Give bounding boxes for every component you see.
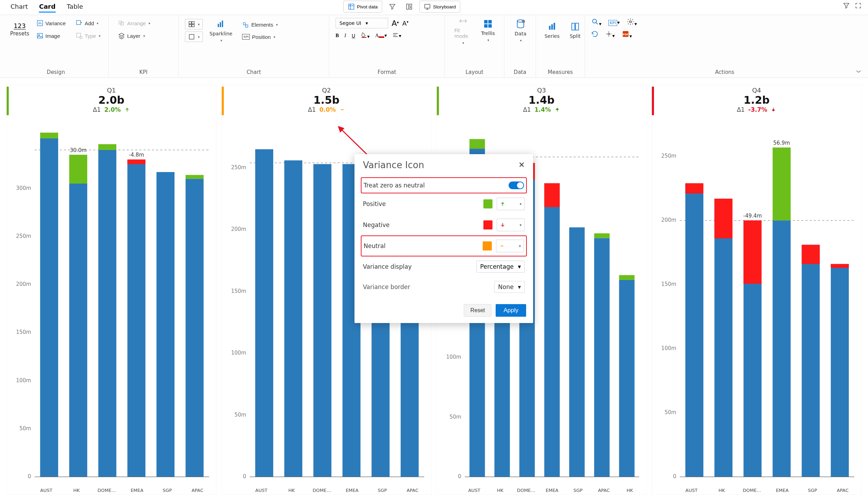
- fitmode-icon: [459, 16, 468, 26]
- svg-text:56.9m: 56.9m: [773, 140, 790, 146]
- split-icon: [571, 22, 580, 31]
- window-controls: [843, 2, 862, 10]
- bold-button[interactable]: B: [336, 33, 339, 39]
- svg-rect-111: [773, 147, 791, 220]
- arrange-button[interactable]: Arrange▾: [115, 18, 172, 28]
- filter-settings-button[interactable]: [386, 1, 399, 12]
- tab-card[interactable]: Card: [39, 3, 55, 14]
- tab-chart[interactable]: Chart: [11, 3, 28, 12]
- apply-button[interactable]: Apply: [496, 304, 526, 317]
- negative-color[interactable]: [483, 220, 492, 229]
- svg-rect-58: [186, 175, 204, 179]
- svg-rect-15: [189, 25, 192, 27]
- xaxis-label: EMEA: [539, 488, 565, 493]
- filter-icon[interactable]: [843, 2, 850, 10]
- trellis-icon: [483, 19, 492, 28]
- pivot-data-button[interactable]: Pivot data: [343, 1, 382, 13]
- border-button[interactable]: ▾: [185, 32, 203, 42]
- position-button[interactable]: KPI Position▾: [239, 32, 281, 42]
- svg-rect-26: [484, 24, 488, 28]
- type-button[interactable]: Type▾: [73, 30, 104, 41]
- xaxis-label: HK: [61, 488, 91, 493]
- decrease-font-icon[interactable]: A▾: [402, 20, 408, 27]
- funnel-gear-icon: [389, 3, 396, 10]
- svg-rect-57: [186, 179, 204, 477]
- italic-button[interactable]: I: [344, 33, 346, 39]
- svg-point-37: [608, 33, 610, 35]
- negative-icon-select[interactable]: ▾: [497, 219, 525, 231]
- reset-button[interactable]: Reset: [464, 304, 492, 317]
- svg-rect-106: [715, 199, 732, 477]
- svg-line-119: [341, 129, 370, 157]
- svg-rect-0: [349, 4, 354, 9]
- fill-color-button[interactable]: ▾: [361, 32, 370, 39]
- card-value: 1.2b: [652, 94, 861, 106]
- align-button-format[interactable]: ▾: [392, 33, 401, 39]
- svg-text:0: 0: [28, 473, 31, 480]
- increase-font-icon[interactable]: A▴: [392, 19, 399, 28]
- image-button[interactable]: Image: [33, 30, 69, 41]
- neutral-icon-select[interactable]: ▾: [496, 240, 524, 252]
- split-button[interactable]: Split: [565, 18, 585, 43]
- positive-icon-select[interactable]: ▾: [497, 198, 525, 210]
- refresh-button[interactable]: [591, 30, 598, 39]
- close-button[interactable]: ✕: [518, 160, 525, 170]
- svg-rect-23: [379, 36, 384, 38]
- font-select[interactable]: Segoe UI▾: [336, 18, 388, 28]
- search-button[interactable]: ▾: [591, 18, 601, 27]
- svg-rect-18: [218, 24, 219, 27]
- svg-rect-22: [246, 25, 248, 27]
- ribbon-expand-icon[interactable]: [855, 69, 862, 75]
- svg-text:300m: 300m: [16, 185, 31, 191]
- xaxis-label: APAC: [828, 488, 858, 493]
- settings-kpi-button[interactable]: KPI▾: [608, 20, 620, 25]
- tab-table[interactable]: Table: [67, 3, 83, 12]
- gear-cycle-button[interactable]: ▾: [605, 30, 615, 39]
- template-button[interactable]: [402, 1, 416, 12]
- ribbon-label-kpi: KPI: [115, 67, 172, 75]
- export-pdf-button[interactable]: PDF▾: [622, 30, 632, 39]
- ribbon-group-actions: ▾ KPI▾ ▾ ▾ PDF▾ Actions: [585, 15, 864, 77]
- svg-text:250m: 250m: [16, 233, 31, 239]
- svg-rect-11: [119, 21, 122, 24]
- card-q1[interactable]: Q1 2.0b Δ1 2.0% 050m100m150m200m250m300m…: [6, 85, 216, 495]
- variance-display-select[interactable]: Percentage▾: [476, 261, 525, 273]
- image-icon: [36, 32, 43, 39]
- card-value: 1.4b: [437, 94, 646, 106]
- svg-text:0: 0: [243, 473, 246, 480]
- underline-button[interactable]: U: [352, 33, 355, 39]
- row-neutral: Neutral ▾: [361, 235, 527, 256]
- align-button[interactable]: ▾: [185, 19, 203, 29]
- ribbon-label-measures: Measures: [542, 67, 578, 75]
- xaxis-label: HK: [487, 488, 513, 493]
- layer-button[interactable]: Layer▾: [115, 30, 172, 41]
- presets-number[interactable]: 123: [14, 22, 26, 29]
- svg-rect-84: [469, 139, 485, 149]
- row-variance-display: Variance display Percentage▾: [361, 256, 527, 277]
- svg-rect-53: [98, 144, 116, 150]
- variance-border-select[interactable]: None▾: [494, 281, 525, 293]
- variance-icon: [36, 20, 43, 27]
- xaxis-label: HK: [276, 488, 306, 493]
- add-button[interactable]: Add▾: [73, 18, 104, 28]
- font-color-button[interactable]: A▾: [375, 33, 387, 39]
- arrange-icon: [118, 20, 125, 27]
- settings-gear-button[interactable]: ▾: [627, 18, 637, 27]
- storyboard-button[interactable]: Storyboard: [419, 1, 460, 13]
- svg-rect-105: [686, 183, 703, 193]
- presets-button[interactable]: Presets: [10, 30, 30, 37]
- status-stripe: [652, 87, 654, 115]
- fitmode-button[interactable]: Fit mode▾: [451, 18, 475, 43]
- variance-button[interactable]: Variance: [33, 18, 69, 28]
- template-icon: [406, 3, 413, 10]
- neutral-color[interactable]: [483, 241, 492, 251]
- trellis-button[interactable]: Trellis▾: [478, 18, 498, 43]
- elements-button[interactable]: Elements▾: [239, 20, 281, 30]
- positive-color[interactable]: [483, 199, 492, 208]
- card-q4[interactable]: Q4 1.2b Δ1 -3.7% 050m100m150m200m250m-49…: [652, 85, 862, 495]
- data-button[interactable]: Data▾: [511, 18, 530, 43]
- focus-mode-icon[interactable]: [855, 2, 862, 10]
- sparkline-button[interactable]: Sparkline ▾: [206, 18, 235, 43]
- zero-neutral-toggle[interactable]: [509, 181, 524, 189]
- series-button[interactable]: Series: [542, 18, 562, 43]
